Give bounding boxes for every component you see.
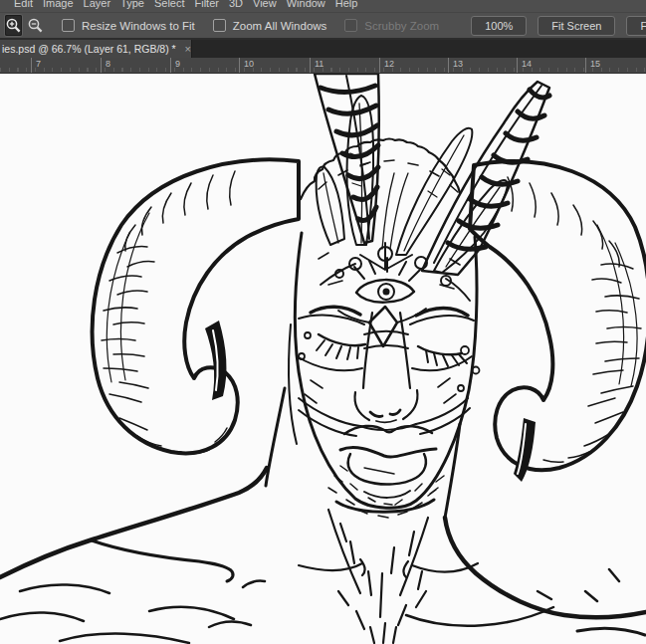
zoom-out-icon (27, 17, 44, 34)
menu-items: EditImageLayerTypeSelectFilter3DViewWind… (9, 0, 362, 11)
fit-screen-button[interactable]: Fit Screen (538, 16, 615, 36)
menu-item-3d[interactable]: 3D (224, 0, 248, 9)
menu-item-edit[interactable]: Edit (9, 0, 38, 9)
photoshop-window: EditImageLayerTypeSelectFilter3DViewWind… (0, 0, 646, 644)
menu-item-filter[interactable]: Filter (190, 0, 224, 9)
menu-item-image[interactable]: Image (38, 0, 79, 9)
document-tab-bar: ies.psd @ 66.7% (Layer 61, RGB/8) * × (0, 40, 646, 58)
document-tab-title: ies.psd @ 66.7% (Layer 61, RGB/8) * (0, 43, 176, 55)
zoom-in-icon (5, 17, 22, 34)
menu-item-view[interactable]: View (248, 0, 282, 9)
tab-close-icon[interactable]: × (185, 44, 191, 54)
menu-item-layer[interactable]: Layer (79, 0, 116, 9)
menu-item-select[interactable]: Select (149, 0, 190, 9)
horizontal-ruler: 789101112131415 (0, 58, 646, 74)
zoom-all-windows-checkbox[interactable] (213, 19, 226, 32)
canvas-area[interactable] (0, 74, 646, 644)
menu-item-type[interactable]: Type (115, 0, 149, 9)
lineart-illustration (0, 74, 646, 644)
fill-screen-button[interactable]: Fill Screen (626, 16, 646, 36)
scrubby-zoom-checkbox (344, 19, 357, 32)
resize-windows-checkbox[interactable] (62, 19, 75, 32)
zoom-in-tool-button[interactable] (5, 15, 22, 36)
resize-windows-label: Resize Windows to Fit (82, 20, 195, 32)
menu-item-help[interactable]: Help (330, 0, 363, 9)
zoom-100-button[interactable]: 100% (471, 16, 527, 36)
menu-item-window[interactable]: Window (282, 0, 330, 9)
zoom-all-windows-label: Zoom All Windows (233, 20, 327, 32)
tool-options-bar: Resize Windows to Fit Zoom All Windows S… (0, 13, 646, 40)
document-tab[interactable]: ies.psd @ 66.7% (Layer 61, RGB/8) * × (0, 40, 192, 58)
zoom-out-tool-button[interactable] (27, 15, 44, 36)
scrubby-zoom-label: Scrubby Zoom (364, 20, 439, 32)
menu-bar: EditImageLayerTypeSelectFilter3DViewWind… (0, 0, 646, 13)
